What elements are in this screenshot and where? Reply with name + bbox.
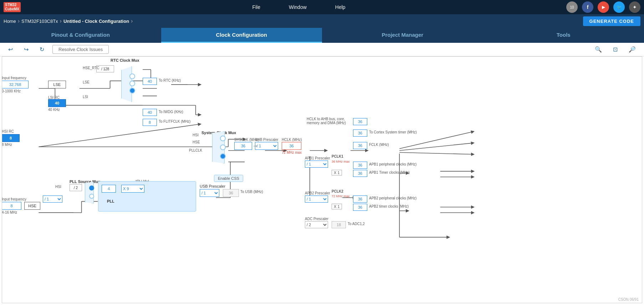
mux-radio-hse[interactable] bbox=[129, 73, 135, 79]
adc-prescaler-select[interactable]: / 2 bbox=[305, 221, 328, 228]
rtc-clock-mux-label: RTC Clock Mux bbox=[111, 58, 139, 62]
sysclk-value[interactable]: 36 bbox=[234, 142, 252, 150]
breadcrumb-home[interactable]: Home bbox=[4, 19, 16, 24]
pll-mul-select[interactable]: X 9 bbox=[121, 185, 144, 193]
hsi-rc-value[interactable]: 8 bbox=[2, 134, 20, 142]
pclk1-max: 36 MHz max bbox=[332, 160, 350, 163]
breadcrumb-sep2: › bbox=[60, 18, 62, 24]
mux-radio-lse[interactable] bbox=[129, 81, 135, 86]
x1-apb2: X 1 bbox=[332, 204, 342, 209]
pll-src-mux-shape[interactable] bbox=[85, 182, 94, 203]
hsi-rc-sub: 8 MHz bbox=[2, 143, 12, 147]
to-usb-label: To USB (MHz) bbox=[240, 190, 263, 194]
breadcrumb-device[interactable]: STM32F103C8Tx bbox=[21, 19, 58, 24]
ahb-prescaler-select[interactable]: / 1 bbox=[255, 142, 278, 150]
usb-prescaler-select[interactable]: / 1 bbox=[200, 189, 219, 197]
hsi-sys-label: HSI bbox=[193, 133, 199, 137]
top-bar: STM32 CubeMX File Window Help 10 f ▶ 🐦 ✦ bbox=[0, 0, 644, 14]
tab-clock[interactable]: Clock Configuration bbox=[161, 28, 322, 43]
apb1-peripheral-value[interactable]: 36 bbox=[353, 162, 367, 169]
undo-button[interactable]: ↩ bbox=[5, 45, 16, 54]
pll-src-radio-hsi[interactable] bbox=[89, 185, 94, 190]
tab-project[interactable]: Project Manager bbox=[322, 28, 483, 43]
apb1-prescaler-select[interactable]: / 1 bbox=[305, 161, 328, 168]
apb2-timer-label: APB2 timer clocks (MHz) bbox=[369, 204, 409, 208]
resolve-clock-button[interactable]: Resolve Clock Issues bbox=[52, 45, 109, 54]
enable-css-button[interactable]: Enable CSS bbox=[214, 175, 243, 182]
twitter-icon[interactable]: 🐦 bbox=[613, 1, 625, 13]
pll-src-radio-hse[interactable] bbox=[89, 194, 94, 199]
input-freq-1-value[interactable]: 32.768 bbox=[2, 81, 29, 88]
svg-line-25 bbox=[399, 143, 473, 151]
svg-line-26 bbox=[399, 152, 473, 154]
to-iwdg-label: To IWDG (KHz) bbox=[159, 110, 183, 114]
mux-radio-lsi[interactable] bbox=[129, 88, 135, 93]
input-freq-2-value[interactable]: 8 bbox=[2, 202, 21, 210]
fclk-label: FCLK (MHz) bbox=[369, 143, 389, 147]
sys-mux-radio-hse[interactable] bbox=[220, 144, 226, 150]
to-adc-value[interactable]: 18 bbox=[332, 221, 346, 228]
main-area: Input frequency 32.768 0-1000 KHz LSE LS… bbox=[0, 56, 644, 305]
tab-pinout[interactable]: Pinout & Configuration bbox=[0, 28, 161, 43]
lsi-mux-label: LSI bbox=[83, 95, 88, 99]
pll-in-value[interactable]: 4 bbox=[102, 185, 116, 193]
hclk-max: 72 MHz max bbox=[282, 151, 302, 154]
pll-label: PLL bbox=[107, 199, 114, 203]
youtube-icon[interactable]: ▶ bbox=[598, 1, 609, 13]
zoom-out-button[interactable]: 🔎 bbox=[626, 45, 639, 54]
hse-box[interactable]: HSE bbox=[24, 202, 40, 210]
apb2-label: APB2 Prescaler bbox=[305, 191, 330, 195]
x1-apb1: X 1 bbox=[332, 170, 342, 176]
facebook-icon[interactable]: f bbox=[582, 1, 593, 13]
fit-button[interactable]: ⊡ bbox=[610, 45, 620, 54]
hclk-ahb-label: HCLK to AHB bus, core, memory and DMA (M… bbox=[307, 117, 349, 125]
hse-rtc-label: HSE_RTC bbox=[83, 66, 99, 70]
clock-canvas[interactable]: Input frequency 32.768 0-1000 KHz LSE LS… bbox=[0, 56, 644, 305]
input-freq-2-label: Input frequency bbox=[2, 197, 26, 201]
apb1-label: APB1 Prescaler bbox=[305, 156, 330, 160]
hclk-value[interactable]: 36 bbox=[282, 142, 301, 150]
svg-line-24 bbox=[399, 132, 473, 149]
sys-mux-radio-hsi[interactable] bbox=[220, 136, 226, 141]
logo-box: STM32 CubeMX bbox=[4, 2, 21, 12]
zoom-in-button[interactable]: 🔍 bbox=[592, 45, 605, 54]
version-label: CSOfs 06/91 bbox=[618, 298, 639, 301]
sys-mux-radio-pll[interactable] bbox=[220, 153, 226, 159]
div2-box[interactable]: / 2 bbox=[70, 184, 82, 191]
menu-window[interactable]: Window bbox=[289, 4, 307, 10]
menu-help[interactable]: Help bbox=[335, 4, 346, 10]
apb1-timer-label: APB1 Timer clocks (MHz) bbox=[369, 171, 410, 174]
top-icons: 10 f ▶ 🐦 ✦ bbox=[566, 1, 640, 13]
apb1-timer-value[interactable]: 36 bbox=[353, 170, 367, 177]
lsi-rc-value[interactable]: 40 bbox=[48, 99, 66, 107]
breadcrumb-project[interactable]: Untitled - Clock Configuration bbox=[63, 19, 129, 24]
to-flitfclk-label: To FLITFCLK (MHz) bbox=[159, 120, 190, 123]
cortex-timer-value[interactable]: 36 bbox=[353, 129, 367, 137]
hse-div1-select[interactable]: / 1 bbox=[43, 195, 62, 203]
hclk-ahb-value[interactable]: 36 bbox=[353, 118, 367, 125]
apb2-peripheral-value[interactable]: 36 bbox=[353, 195, 367, 203]
pllclk-sys-label: PLLCLK bbox=[189, 148, 202, 152]
to-iwdg-value[interactable]: 40 bbox=[143, 109, 157, 116]
tab-tools[interactable]: Tools bbox=[483, 28, 644, 43]
svg-line-15 bbox=[39, 124, 200, 147]
to-rtc-value[interactable]: 40 bbox=[143, 78, 157, 85]
pll-source-mux-label: PLL Source Mux bbox=[70, 179, 100, 184]
fclk-value[interactable]: 36 bbox=[353, 142, 367, 149]
anniversary-icon[interactable]: 10 bbox=[566, 1, 578, 13]
apb2-peripheral-label: APB2 peripheral clocks (MHz) bbox=[369, 196, 416, 200]
to-flitfclk-value[interactable]: 8 bbox=[143, 119, 157, 126]
menu-file[interactable]: File bbox=[252, 4, 260, 10]
apb2-timer-value[interactable]: 36 bbox=[353, 204, 367, 211]
pclk2-max: 72 MHz max bbox=[332, 194, 350, 198]
apb2-prescaler-select[interactable]: / 1 bbox=[305, 195, 328, 203]
lse-box[interactable]: LSE bbox=[48, 81, 66, 88]
to-rtc-label: To RTC (KHz) bbox=[159, 78, 181, 82]
to-usb-value[interactable]: 36 bbox=[223, 189, 239, 197]
refresh-button[interactable]: ↻ bbox=[37, 45, 47, 54]
redo-button[interactable]: ↪ bbox=[21, 45, 31, 54]
extra-icon[interactable]: ✦ bbox=[629, 1, 640, 13]
breadcrumb-sep1: › bbox=[18, 18, 20, 24]
generate-code-button[interactable]: GENERATE CODE bbox=[583, 16, 640, 26]
logo[interactable]: STM32 CubeMX bbox=[4, 2, 21, 12]
